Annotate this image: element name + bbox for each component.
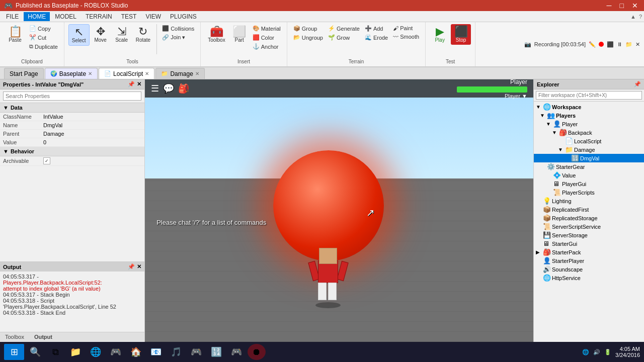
pause-record-icon[interactable]: ⏸	[617, 41, 622, 47]
stop-record-icon[interactable]: ⬛	[607, 41, 614, 48]
tree-startergear[interactable]: ⚙️ StarterGear	[534, 162, 644, 171]
part-button[interactable]: ⬜ Part	[229, 24, 250, 45]
taskbar-task-view[interactable]: ⧉	[46, 344, 64, 360]
taskbar-calc[interactable]: 🔢	[207, 344, 225, 360]
taskbar-chrome[interactable]: 🌐	[87, 344, 105, 360]
paint-terrain-button[interactable]: 🖌 Paint	[391, 24, 421, 32]
toolbox-tab[interactable]: Toolbox	[2, 333, 27, 340]
tree-starterplayer[interactable]: 👤 StarterPlayer	[534, 256, 644, 265]
workspace-toggle[interactable]: ▼	[536, 104, 542, 110]
taskbar-app1[interactable]: 🏠	[127, 344, 145, 360]
inventory-icon[interactable]: 🎒	[178, 83, 189, 94]
color-button[interactable]: 🟥 Color	[251, 33, 283, 42]
tree-backpack[interactable]: ▼ 🎒 Backpack	[534, 128, 644, 137]
tree-httpservice[interactable]: 🌐 HttpService	[534, 274, 644, 282]
tree-replicatedfirst[interactable]: 📦 ReplicatedFirst	[534, 205, 644, 214]
player-dropdown[interactable]: Player ▼	[505, 93, 527, 99]
viewport[interactable]: ☰ 💬 🎒 Player Player ▼	[145, 79, 533, 362]
toolbox-button[interactable]: 🧰 Toolbox	[205, 24, 228, 45]
cut-button[interactable]: ✂️ Cut	[27, 33, 60, 42]
smooth-button[interactable]: 〰 Smooth	[391, 33, 421, 41]
rotate-button[interactable]: ↻ Rotate	[133, 24, 153, 45]
taskbar-roblox1[interactable]: 🎮	[107, 344, 125, 360]
tree-serverscriptservice[interactable]: 📜 ServerScriptService	[534, 222, 644, 231]
taskbar-app3[interactable]: 🎵	[167, 344, 185, 360]
move-button[interactable]: ✥ Move	[91, 24, 111, 45]
ribbon-collapse[interactable]: ▲	[630, 14, 636, 20]
tree-soundscape[interactable]: 🔊 Soundscape	[534, 265, 644, 274]
generate-button[interactable]: ⚡ Generate	[326, 24, 362, 33]
stop-button[interactable]: ⬛ Stop	[451, 24, 471, 45]
search-properties-input[interactable]	[3, 92, 141, 101]
tree-replicatedstorage[interactable]: 📦 ReplicatedStorage	[534, 214, 644, 222]
chat-icon[interactable]: 💬	[163, 83, 174, 94]
taskbar-search[interactable]: 🔍	[26, 344, 44, 360]
menu-hamburger-icon[interactable]: ☰	[151, 83, 159, 94]
prop-archivable-checkbox[interactable]: ✓	[43, 157, 50, 164]
tab-damage[interactable]: 📁 Damage ✕	[155, 68, 204, 79]
players-toggle[interactable]: ▼	[540, 113, 546, 118]
taskbar-file-explorer[interactable]: 📁	[66, 344, 85, 360]
tree-startergui[interactable]: 🖥 StarterGui	[534, 239, 644, 248]
menu-terrain[interactable]: TERRAIN	[82, 12, 116, 21]
group-button[interactable]: 📦 Group	[291, 24, 325, 33]
tree-playerscripts[interactable]: 📜 PlayerScripts	[534, 188, 644, 197]
join-button[interactable]: 🔗 Join ▾	[160, 33, 196, 42]
collisions-button[interactable]: ⬛ Collisions	[160, 24, 196, 33]
edit-recording-icon[interactable]: ✏️	[589, 41, 596, 48]
output-tab[interactable]: Output	[31, 333, 55, 340]
taskbar-record[interactable]: ⏺	[248, 344, 266, 360]
erode-button[interactable]: 🌊 Erode	[363, 33, 390, 42]
maximize-button[interactable]: □	[618, 2, 626, 10]
tab-start-page[interactable]: Start Page	[4, 68, 44, 79]
menu-plugins[interactable]: PLUGINS	[166, 12, 201, 21]
tab-localscript[interactable]: 📄 LocalScript ✕	[99, 68, 154, 79]
help-button[interactable]: ?	[639, 14, 642, 20]
start-button[interactable]: ⊞	[4, 344, 24, 360]
folder-record-icon[interactable]: 📁	[625, 41, 632, 48]
minimize-button[interactable]: ─	[605, 2, 614, 10]
tree-value[interactable]: 💠 Value	[534, 171, 644, 179]
data-section-header[interactable]: ▼ Data	[0, 103, 144, 113]
tree-serverstorage[interactable]: 💾 ServerStorage	[534, 231, 644, 239]
tab-localscript-close[interactable]: ✕	[145, 71, 149, 76]
tree-localscript[interactable]: 📄 LocalScript	[534, 137, 644, 145]
taskbar-app2[interactable]: 📧	[147, 344, 165, 360]
grow-button[interactable]: 🌱 Grow	[326, 33, 362, 42]
starterpack-toggle[interactable]: ▶	[536, 249, 542, 255]
paste-button[interactable]: 📋 Paste	[4, 24, 26, 45]
backpack-toggle[interactable]: ▼	[552, 130, 558, 135]
tab-damage-close[interactable]: ✕	[195, 71, 199, 76]
tree-damage[interactable]: ▼ 📁 Damage	[534, 145, 644, 154]
tree-playergui[interactable]: 🖥 PlayerGui	[534, 179, 644, 188]
output-close[interactable]: ✕	[137, 263, 141, 270]
duplicate-button[interactable]: ⧉ Duplicate	[27, 42, 60, 51]
menu-home[interactable]: HOME	[24, 12, 50, 21]
anchor-button[interactable]: ⚓ Anchor	[251, 42, 283, 51]
menu-file[interactable]: FILE	[2, 12, 23, 21]
explorer-search-input[interactable]	[536, 91, 642, 100]
explorer-pin[interactable]: 📌	[634, 81, 641, 87]
ungroup-button[interactable]: 📂 Ungroup	[291, 33, 325, 42]
tree-starterpack[interactable]: ▶ 🎒 StarterPack	[534, 248, 644, 256]
properties-pin[interactable]: 📌	[128, 81, 135, 87]
scale-button[interactable]: ⇲ Scale	[112, 24, 132, 45]
menu-model[interactable]: MODEL	[51, 12, 80, 21]
output-pin[interactable]: 📌	[128, 263, 135, 270]
play-button[interactable]: ▶ Play	[430, 24, 450, 45]
damage-toggle[interactable]: ▼	[558, 147, 564, 152]
close-record-icon[interactable]: ✕	[635, 41, 640, 48]
title-bar-controls[interactable]: ─ □ ✕	[605, 2, 640, 10]
close-button[interactable]: ✕	[630, 2, 640, 10]
taskbar-app4[interactable]: 🎮	[187, 344, 205, 360]
tab-baseplate-close[interactable]: ✕	[88, 71, 92, 76]
tree-dmgval[interactable]: 🔢 DmgVal	[534, 154, 644, 162]
taskbar-roblox2[interactable]: 🎮	[227, 344, 246, 360]
tree-workspace[interactable]: ▼ 🌐 Workspace	[534, 103, 644, 111]
menu-view[interactable]: VIEW	[141, 12, 165, 21]
tree-players[interactable]: ▼ 👥 Players	[534, 111, 644, 120]
menu-test[interactable]: TEST	[117, 12, 141, 21]
tree-lighting[interactable]: 💡 Lighting	[534, 197, 644, 205]
add-terrain-button[interactable]: ➕ Add	[363, 24, 390, 33]
player-toggle[interactable]: ▼	[546, 121, 552, 127]
